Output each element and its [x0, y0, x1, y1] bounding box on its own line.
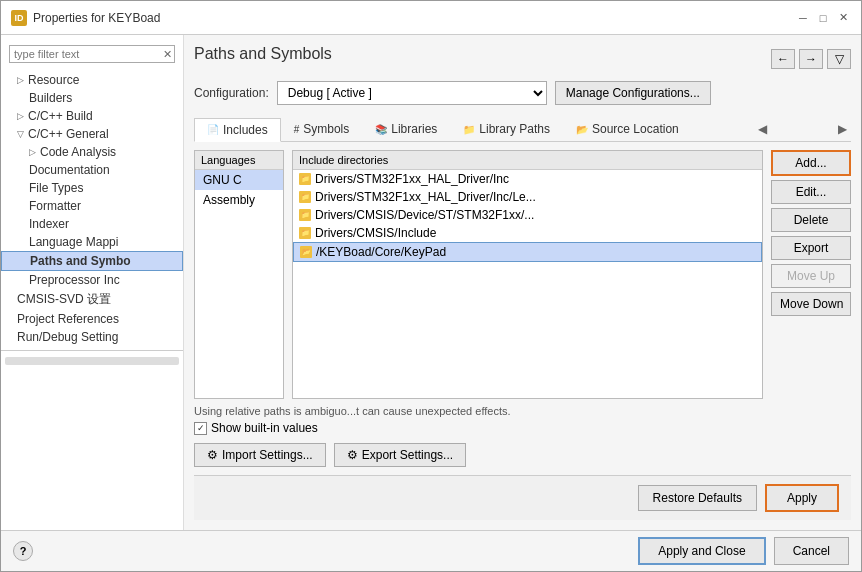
sidebar-item-label: Resource: [28, 73, 79, 87]
config-label: Configuration:: [194, 86, 269, 100]
config-select[interactable]: Debug [ Active ]: [277, 81, 547, 105]
directory-item[interactable]: 📁 Drivers/STM32F1xx_HAL_Driver/Inc/Le...: [293, 188, 762, 206]
expand-arrow-icon: ▷: [17, 111, 24, 121]
language-label: Assembly: [203, 193, 255, 207]
cancel-button[interactable]: Cancel: [774, 537, 849, 565]
sidebar-item-preprocessor[interactable]: Preprocessor Inc: [1, 271, 183, 289]
language-label: GNU C: [203, 173, 242, 187]
sidebar-item-resource[interactable]: ▷ Resource: [1, 71, 183, 89]
restore-defaults-button[interactable]: Restore Defaults: [638, 485, 757, 511]
sidebar-item-file-types[interactable]: File Types: [1, 179, 183, 197]
tab-library-paths-label: Library Paths: [479, 122, 550, 136]
sidebar-item-label: Indexer: [29, 217, 69, 231]
export-settings-button[interactable]: ⚙ Export Settings...: [334, 443, 466, 467]
sidebar-scroll-bottom: [1, 350, 183, 370]
directory-item[interactable]: 📁 Drivers/CMSIS/Device/ST/STM32F1xx/...: [293, 206, 762, 224]
sidebar-item-language-mapping[interactable]: Language Mappi: [1, 233, 183, 251]
show-builtin-label: Show built-in values: [211, 421, 318, 435]
filter-clear-button[interactable]: ✕: [163, 48, 172, 61]
expand-arrow-icon: ▽: [17, 129, 24, 139]
tab-library-paths[interactable]: 📁 Library Paths: [450, 117, 563, 141]
directories-table: Include directories 📁 Drivers/STM32F1xx_…: [292, 150, 763, 399]
nav-forward-button[interactable]: →: [799, 49, 823, 69]
sidebar-item-cxx-build[interactable]: ▷ C/C++ Build: [1, 107, 183, 125]
import-export-row: ⚙ Import Settings... ⚙ Export Settings..…: [194, 443, 851, 467]
close-button[interactable]: ✕: [835, 10, 851, 26]
export-label: Export Settings...: [362, 448, 453, 462]
sidebar-item-indexer[interactable]: Indexer: [1, 215, 183, 233]
nav-menu-button[interactable]: ▽: [827, 49, 851, 69]
delete-button[interactable]: Delete: [771, 208, 851, 232]
dialog-bottom: ? Apply and Close Cancel: [1, 530, 861, 571]
title-bar-left: ID Properties for KEYBoad: [11, 10, 160, 26]
languages-header: Languages: [195, 151, 283, 170]
add-button[interactable]: Add...: [771, 150, 851, 176]
sidebar-item-cxx-general[interactable]: ▽ C/C++ General: [1, 125, 183, 143]
main-content: ✕ ▷ Resource Builders ▷ C/C++ Build ▽ C/…: [1, 35, 861, 530]
tab-includes-label: Includes: [223, 123, 268, 137]
directory-item[interactable]: 📁 Drivers/CMSIS/Include: [293, 224, 762, 242]
directory-item-selected[interactable]: 📂 /KEYBoad/Core/KeyPad: [293, 242, 762, 262]
sidebar-scrollbar[interactable]: [5, 357, 179, 365]
export-button[interactable]: Export: [771, 236, 851, 260]
sidebar-item-documentation[interactable]: Documentation: [1, 161, 183, 179]
show-builtin-checkbox[interactable]: [194, 422, 207, 435]
folder-icon: 📁: [299, 227, 311, 239]
apply-button[interactable]: Apply: [765, 484, 839, 512]
sidebar-item-builders[interactable]: Builders: [1, 89, 183, 107]
filter-input[interactable]: [9, 45, 175, 63]
title-bar: ID Properties for KEYBoad ─ □ ✕: [1, 1, 861, 35]
config-row: Configuration: Debug [ Active ] Manage C…: [194, 81, 851, 105]
tab-includes[interactable]: 📄 Includes: [194, 118, 281, 142]
manage-configurations-button[interactable]: Manage Configurations...: [555, 81, 711, 105]
directory-path: /KEYBoad/Core/KeyPad: [316, 245, 446, 259]
directories-header: Include directories: [293, 151, 762, 170]
expand-arrow-icon: ▷: [29, 147, 36, 157]
sidebar-item-project-references[interactable]: Project References: [1, 310, 183, 328]
bottom-bar: Restore Defaults Apply: [194, 475, 851, 520]
sidebar: ✕ ▷ Resource Builders ▷ C/C++ Build ▽ C/…: [1, 35, 184, 530]
folder-icon: 📁: [299, 191, 311, 203]
sidebar-item-formatter[interactable]: Formatter: [1, 197, 183, 215]
sidebar-item-run-debug[interactable]: Run/Debug Setting: [1, 328, 183, 346]
tab-symbols-label: Symbols: [303, 122, 349, 136]
warning-text: Using relative paths is ambiguo...t can …: [194, 405, 851, 417]
right-panel: Paths and Symbols ← → ▽ Configuration: D…: [184, 35, 861, 530]
library-paths-tab-icon: 📁: [463, 124, 475, 135]
directory-item[interactable]: 📁 Drivers/STM32F1xx_HAL_Driver/Inc: [293, 170, 762, 188]
minimize-button[interactable]: ─: [795, 10, 811, 26]
language-item-assembly[interactable]: Assembly: [195, 190, 283, 210]
sidebar-item-label: Project References: [17, 312, 119, 326]
tab-libraries[interactable]: 📚 Libraries: [362, 117, 450, 141]
apply-and-close-button[interactable]: Apply and Close: [638, 537, 765, 565]
tab-source-location[interactable]: 📂 Source Location: [563, 117, 692, 141]
directory-path: Drivers/CMSIS/Include: [315, 226, 436, 240]
tab-scroll-left[interactable]: ◀: [754, 120, 771, 138]
sidebar-item-label: Preprocessor Inc: [29, 273, 120, 287]
symbols-tab-icon: #: [294, 124, 300, 135]
window-title: Properties for KEYBoad: [33, 11, 160, 25]
language-item-gnu-c[interactable]: GNU C: [195, 170, 283, 190]
nav-buttons: ← → ▽: [771, 49, 851, 69]
nav-back-button[interactable]: ←: [771, 49, 795, 69]
filter-box: ✕: [9, 45, 175, 63]
help-button[interactable]: ?: [13, 541, 33, 561]
sidebar-item-cmsis-svd[interactable]: CMSIS-SVD 设置: [1, 289, 183, 310]
edit-button[interactable]: Edit...: [771, 180, 851, 204]
tab-symbols[interactable]: # Symbols: [281, 117, 363, 141]
sidebar-item-code-analysis[interactable]: ▷ Code Analysis: [1, 143, 183, 161]
tab-scroll-right[interactable]: ▶: [834, 120, 851, 138]
move-up-button[interactable]: Move Up: [771, 264, 851, 288]
languages-column: Languages GNU C Assembly: [194, 150, 284, 399]
import-settings-button[interactable]: ⚙ Import Settings...: [194, 443, 326, 467]
tab-content: Languages GNU C Assembly Include directo…: [194, 150, 851, 399]
sidebar-item-label: CMSIS-SVD 设置: [17, 291, 111, 308]
sidebar-item-paths-symbols[interactable]: Paths and Symbo: [1, 251, 183, 271]
tabs-row: 📄 Includes # Symbols 📚 Libraries 📁 Libra…: [194, 117, 851, 142]
maximize-button[interactable]: □: [815, 10, 831, 26]
sidebar-item-label: Documentation: [29, 163, 110, 177]
export-icon: ⚙: [347, 448, 358, 462]
directory-path: Drivers/CMSIS/Device/ST/STM32F1xx/...: [315, 208, 534, 222]
tab-source-location-label: Source Location: [592, 122, 679, 136]
move-down-button[interactable]: Move Down: [771, 292, 851, 316]
